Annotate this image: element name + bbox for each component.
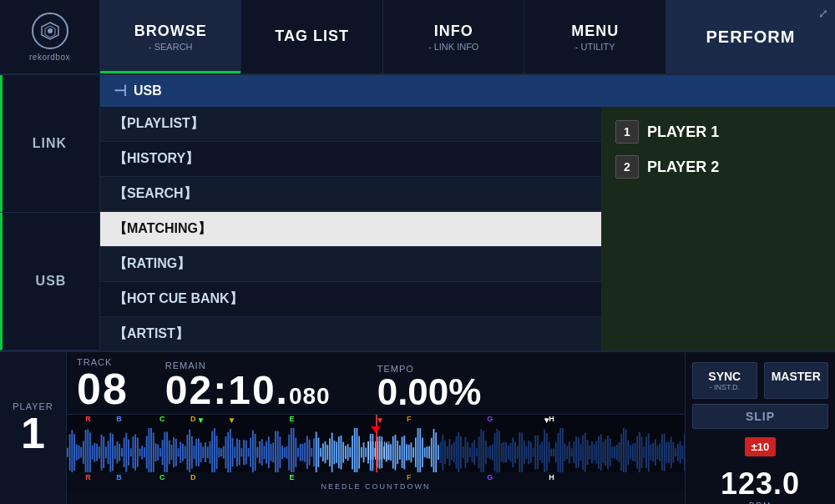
right-controls: SYNC - INST.D. MASTER SLIP ±10 123.0 BPM: [685, 352, 835, 504]
triangle-h: ▼: [543, 416, 551, 425]
sync-button[interactable]: SYNC - INST.D.: [692, 362, 757, 399]
svg-rect-257: [639, 432, 640, 472]
tab-taglist[interactable]: TAG LIST: [241, 0, 382, 73]
svg-rect-117: [322, 443, 324, 461]
svg-rect-107: [300, 444, 301, 461]
svg-rect-232: [582, 435, 584, 470]
svg-rect-51: [173, 437, 175, 467]
svg-rect-152: [402, 436, 403, 467]
list-item-search[interactable]: 【SEARCH】: [100, 177, 601, 212]
svg-rect-45: [159, 448, 161, 456]
svg-rect-274: [677, 444, 679, 461]
svg-rect-159: [418, 428, 419, 472]
svg-rect-196: [501, 443, 503, 462]
svg-rect-243: [607, 436, 609, 469]
svg-rect-230: [578, 437, 579, 467]
svg-rect-226: [569, 441, 570, 463]
player2-num-box: 2: [615, 155, 639, 179]
remain-block: REMAIN 02:10. 080: [165, 360, 331, 411]
svg-rect-57: [186, 435, 188, 470]
svg-rect-173: [449, 439, 451, 466]
svg-rect-219: [553, 448, 554, 456]
master-button[interactable]: MASTER: [764, 362, 829, 399]
cue-r-top: R: [85, 415, 91, 423]
svg-rect-62: [198, 438, 200, 466]
svg-rect-200: [510, 443, 512, 461]
tab-perform-label: PERFORM: [706, 28, 795, 47]
svg-rect-26: [117, 441, 119, 464]
svg-rect-241: [603, 441, 605, 462]
svg-rect-264: [655, 439, 656, 466]
svg-rect-210: [533, 448, 534, 457]
svg-rect-212: [537, 436, 539, 470]
player1-item[interactable]: 1 PLAYER 1: [615, 120, 822, 144]
svg-rect-110: [306, 436, 308, 469]
tab-info[interactable]: INFO - LINK INFO: [383, 0, 524, 73]
svg-rect-72: [220, 448, 222, 456]
svg-rect-224: [564, 443, 566, 461]
svg-rect-158: [415, 437, 417, 466]
triangle-d: ▼: [227, 416, 235, 425]
svg-rect-147: [390, 444, 392, 461]
remain-main: 02:10.: [165, 370, 289, 411]
svg-rect-82: [243, 440, 245, 465]
svg-rect-80: [239, 440, 240, 465]
svg-rect-122: [333, 441, 335, 464]
list-item-rating[interactable]: 【RATING】: [100, 247, 601, 282]
svg-rect-126: [342, 442, 344, 463]
svg-rect-149: [395, 435, 397, 470]
tempo-block: TEMPO 0.00%: [377, 364, 482, 411]
svg-rect-214: [542, 441, 544, 462]
svg-rect-262: [650, 445, 651, 461]
svg-rect-89: [259, 441, 261, 464]
cue-h-bot: H: [549, 473, 554, 481]
tab-browse[interactable]: BROWSE - SEARCH: [100, 0, 241, 73]
svg-rect-237: [594, 444, 595, 461]
svg-rect-71: [218, 447, 220, 457]
remain-sub: 080: [289, 383, 331, 410]
player1-label: PLAYER 1: [647, 123, 719, 141]
svg-rect-44: [157, 445, 159, 461]
svg-rect-285: [384, 441, 385, 460]
list-item-matching[interactable]: 【MATCHING】: [100, 212, 601, 247]
player2-item[interactable]: 2 PLAYER 2: [615, 155, 822, 179]
svg-rect-206: [524, 441, 525, 464]
svg-rect-249: [620, 434, 622, 471]
svg-rect-228: [573, 441, 574, 463]
list-item-playlist[interactable]: 【PLAYLIST】: [100, 107, 601, 142]
cue-e-top: E: [289, 415, 294, 423]
svg-rect-34: [134, 435, 136, 471]
svg-rect-25: [114, 446, 116, 459]
svg-rect-157: [412, 447, 414, 457]
list-item-history[interactable]: 【HISTORY】: [100, 142, 601, 177]
tab-taglist-label: TAG LIST: [275, 28, 349, 45]
sidebar-link-button[interactable]: LINK: [0, 75, 99, 213]
tab-menu[interactable]: MENU - UTILITY: [524, 0, 665, 73]
player2-label: PLAYER 2: [647, 159, 719, 176]
svg-rect-54: [180, 442, 181, 463]
svg-rect-208: [528, 441, 529, 464]
svg-rect-120: [329, 438, 331, 466]
svg-rect-235: [589, 446, 590, 460]
svg-rect-76: [230, 429, 231, 472]
svg-rect-100: [284, 447, 286, 457]
svg-rect-252: [627, 440, 629, 464]
svg-rect-58: [189, 430, 190, 472]
slip-label: SLIP: [746, 410, 775, 423]
svg-rect-4: [67, 448, 68, 457]
svg-rect-7: [73, 434, 75, 471]
svg-rect-109: [304, 443, 306, 462]
svg-rect-112: [311, 448, 312, 456]
svg-rect-165: [431, 438, 433, 467]
svg-rect-171: [444, 441, 446, 464]
list-item-artist[interactable]: 【ARTIST】: [100, 317, 601, 350]
svg-rect-106: [297, 448, 299, 457]
sidebar-usb-button[interactable]: USB: [0, 213, 99, 350]
time-row: TRACK 08 REMAIN 02:10. 080 TEMPO 0.00%: [67, 352, 685, 411]
svg-rect-156: [411, 442, 412, 462]
list-item-hotcuebank[interactable]: 【HOT CUE BANK】: [100, 282, 601, 317]
svg-rect-250: [623, 428, 625, 472]
tab-perform[interactable]: PERFORM ⤢: [666, 0, 835, 73]
slip-button[interactable]: SLIP: [692, 404, 828, 429]
svg-rect-179: [463, 446, 464, 458]
